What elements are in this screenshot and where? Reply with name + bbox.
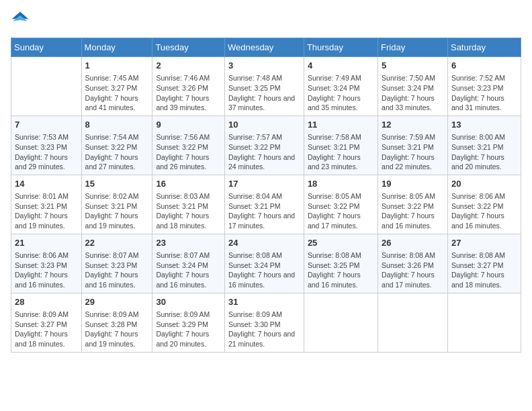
day-number: 28 [15, 296, 78, 308]
day-cell: 7Sunrise: 7:53 AMSunset: 3:23 PMDaylight… [11, 116, 82, 175]
day-cell: 31Sunrise: 8:09 AMSunset: 3:30 PMDayligh… [224, 293, 304, 352]
day-cell: 29Sunrise: 8:09 AMSunset: 3:28 PMDayligh… [81, 293, 152, 352]
day-info: Sunrise: 7:56 AMSunset: 3:22 PMDaylight:… [156, 132, 221, 172]
day-cell: 22Sunrise: 8:07 AMSunset: 3:23 PMDayligh… [81, 234, 152, 293]
day-cell: 27Sunrise: 8:08 AMSunset: 3:27 PMDayligh… [447, 234, 521, 293]
day-info: Sunrise: 7:59 AMSunset: 3:21 PMDaylight:… [382, 132, 444, 172]
day-number: 12 [382, 119, 444, 131]
day-info: Sunrise: 8:07 AMSunset: 3:24 PMDaylight:… [156, 250, 221, 290]
day-cell: 21Sunrise: 8:06 AMSunset: 3:23 PMDayligh… [11, 234, 82, 293]
day-info: Sunrise: 8:07 AMSunset: 3:23 PMDaylight:… [85, 250, 149, 290]
day-cell [447, 293, 521, 352]
logo [11, 11, 32, 30]
day-cell: 24Sunrise: 8:08 AMSunset: 3:24 PMDayligh… [224, 234, 304, 293]
day-info: Sunrise: 8:04 AMSunset: 3:21 PMDaylight:… [228, 191, 300, 231]
day-info: Sunrise: 8:09 AMSunset: 3:28 PMDaylight:… [85, 310, 149, 349]
day-cell: 16Sunrise: 8:03 AMSunset: 3:21 PMDayligh… [152, 175, 225, 234]
day-info: Sunrise: 7:52 AMSunset: 3:23 PMDaylight:… [451, 73, 517, 113]
week-row-4: 21Sunrise: 8:06 AMSunset: 3:23 PMDayligh… [11, 234, 521, 293]
day-cell: 23Sunrise: 8:07 AMSunset: 3:24 PMDayligh… [152, 234, 225, 293]
day-info: Sunrise: 8:09 AMSunset: 3:29 PMDaylight:… [156, 310, 221, 349]
day-number: 17 [228, 178, 300, 190]
day-number: 26 [382, 237, 444, 249]
weekday-header-row: SundayMondayTuesdayWednesdayThursdayFrid… [11, 38, 521, 57]
day-cell: 1Sunrise: 7:45 AMSunset: 3:27 PMDaylight… [81, 57, 152, 116]
weekday-header-monday: Monday [81, 38, 152, 57]
day-info: Sunrise: 8:08 AMSunset: 3:26 PMDaylight:… [382, 250, 444, 290]
day-cell: 10Sunrise: 7:57 AMSunset: 3:22 PMDayligh… [224, 116, 304, 175]
day-number: 11 [308, 119, 374, 131]
weekday-header-friday: Friday [378, 38, 448, 57]
weekday-header-thursday: Thursday [304, 38, 378, 57]
day-cell: 19Sunrise: 8:05 AMSunset: 3:22 PMDayligh… [378, 175, 448, 234]
page-header [11, 11, 521, 30]
calendar-table: SundayMondayTuesdayWednesdayThursdayFrid… [11, 38, 521, 353]
day-info: Sunrise: 7:49 AMSunset: 3:24 PMDaylight:… [308, 73, 374, 113]
week-row-1: 1Sunrise: 7:45 AMSunset: 3:27 PMDaylight… [11, 57, 521, 116]
day-cell: 4Sunrise: 7:49 AMSunset: 3:24 PMDaylight… [304, 57, 378, 116]
day-info: Sunrise: 8:08 AMSunset: 3:27 PMDaylight:… [451, 250, 517, 290]
day-cell: 12Sunrise: 7:59 AMSunset: 3:21 PMDayligh… [378, 116, 448, 175]
day-number: 2 [156, 60, 221, 72]
day-number: 16 [156, 178, 221, 190]
day-cell: 30Sunrise: 8:09 AMSunset: 3:29 PMDayligh… [152, 293, 225, 352]
day-number: 23 [156, 237, 221, 249]
day-number: 21 [15, 237, 78, 249]
day-cell: 20Sunrise: 8:06 AMSunset: 3:22 PMDayligh… [447, 175, 521, 234]
day-info: Sunrise: 8:05 AMSunset: 3:22 PMDaylight:… [382, 191, 444, 231]
day-number: 30 [156, 296, 221, 308]
day-number: 7 [15, 119, 78, 131]
day-number: 8 [85, 119, 149, 131]
day-info: Sunrise: 7:54 AMSunset: 3:22 PMDaylight:… [85, 132, 149, 172]
day-info: Sunrise: 7:57 AMSunset: 3:22 PMDaylight:… [228, 132, 300, 172]
day-number: 24 [228, 237, 300, 249]
day-info: Sunrise: 7:53 AMSunset: 3:23 PMDaylight:… [15, 132, 78, 172]
day-number: 29 [85, 296, 149, 308]
week-row-3: 14Sunrise: 8:01 AMSunset: 3:21 PMDayligh… [11, 175, 521, 234]
day-cell: 6Sunrise: 7:52 AMSunset: 3:23 PMDaylight… [447, 57, 521, 116]
day-cell: 26Sunrise: 8:08 AMSunset: 3:26 PMDayligh… [378, 234, 448, 293]
day-cell: 9Sunrise: 7:56 AMSunset: 3:22 PMDaylight… [152, 116, 225, 175]
day-info: Sunrise: 8:06 AMSunset: 3:23 PMDaylight:… [15, 250, 78, 290]
day-info: Sunrise: 8:03 AMSunset: 3:21 PMDaylight:… [156, 191, 221, 231]
day-cell: 3Sunrise: 7:48 AMSunset: 3:25 PMDaylight… [224, 57, 304, 116]
day-info: Sunrise: 8:09 AMSunset: 3:30 PMDaylight:… [228, 310, 300, 349]
day-number: 19 [382, 178, 444, 190]
day-cell: 17Sunrise: 8:04 AMSunset: 3:21 PMDayligh… [224, 175, 304, 234]
day-cell: 5Sunrise: 7:50 AMSunset: 3:24 PMDaylight… [378, 57, 448, 116]
day-number: 14 [15, 178, 78, 190]
weekday-header-saturday: Saturday [447, 38, 521, 57]
day-info: Sunrise: 8:02 AMSunset: 3:21 PMDaylight:… [85, 191, 149, 231]
day-info: Sunrise: 8:08 AMSunset: 3:25 PMDaylight:… [308, 250, 374, 290]
day-info: Sunrise: 7:50 AMSunset: 3:24 PMDaylight:… [382, 73, 444, 113]
day-cell: 8Sunrise: 7:54 AMSunset: 3:22 PMDaylight… [81, 116, 152, 175]
day-number: 27 [451, 237, 517, 249]
day-info: Sunrise: 7:45 AMSunset: 3:27 PMDaylight:… [85, 73, 149, 113]
day-number: 25 [308, 237, 374, 249]
day-cell: 14Sunrise: 8:01 AMSunset: 3:21 PMDayligh… [11, 175, 82, 234]
day-number: 1 [85, 60, 149, 72]
day-number: 6 [451, 60, 517, 72]
day-info: Sunrise: 8:05 AMSunset: 3:22 PMDaylight:… [308, 191, 374, 231]
day-cell [378, 293, 448, 352]
day-info: Sunrise: 8:00 AMSunset: 3:21 PMDaylight:… [451, 132, 517, 172]
day-number: 5 [382, 60, 444, 72]
week-row-2: 7Sunrise: 7:53 AMSunset: 3:23 PMDaylight… [11, 116, 521, 175]
day-number: 31 [228, 296, 300, 308]
day-number: 3 [228, 60, 300, 72]
day-info: Sunrise: 8:09 AMSunset: 3:27 PMDaylight:… [15, 310, 78, 349]
week-row-5: 28Sunrise: 8:09 AMSunset: 3:27 PMDayligh… [11, 293, 521, 352]
day-cell: 15Sunrise: 8:02 AMSunset: 3:21 PMDayligh… [81, 175, 152, 234]
day-info: Sunrise: 8:08 AMSunset: 3:24 PMDaylight:… [228, 250, 300, 290]
day-number: 13 [451, 119, 517, 131]
day-cell [304, 293, 378, 352]
day-info: Sunrise: 7:58 AMSunset: 3:21 PMDaylight:… [308, 132, 374, 172]
weekday-header-tuesday: Tuesday [152, 38, 225, 57]
day-number: 4 [308, 60, 374, 72]
day-info: Sunrise: 8:01 AMSunset: 3:21 PMDaylight:… [15, 191, 78, 231]
day-number: 20 [451, 178, 517, 190]
day-number: 15 [85, 178, 149, 190]
day-number: 18 [308, 178, 374, 190]
day-info: Sunrise: 8:06 AMSunset: 3:22 PMDaylight:… [451, 191, 517, 231]
day-cell: 28Sunrise: 8:09 AMSunset: 3:27 PMDayligh… [11, 293, 82, 352]
